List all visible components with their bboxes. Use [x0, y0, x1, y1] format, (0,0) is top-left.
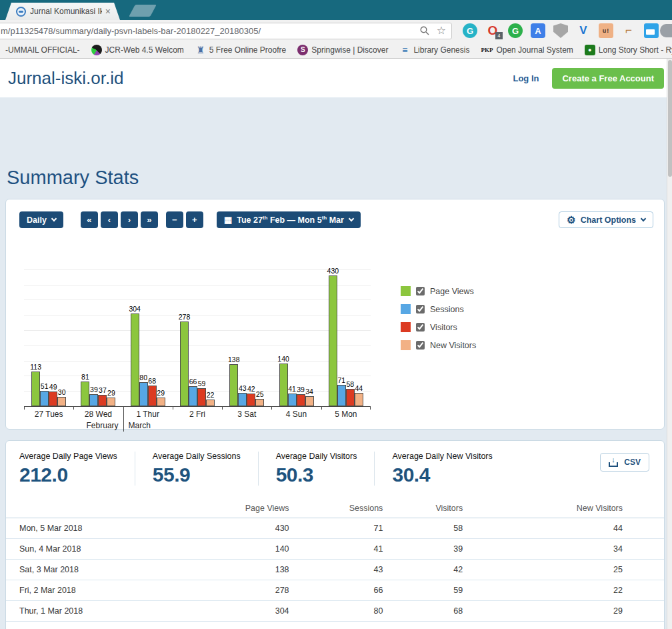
stat-value: 30.4 — [392, 464, 492, 486]
bar-value-label: 81 — [75, 373, 95, 381]
cell-page-views: 278 — [179, 580, 295, 600]
bar-group-2-fri: 278665922 — [173, 260, 222, 406]
chart-options-dropdown[interactable]: ⚙ Chart Options — [559, 211, 653, 228]
cell-visitors: 58 — [388, 518, 468, 538]
bar-sessions — [238, 393, 247, 406]
chart-toolbar: Daily « ‹ › » − + ▦ Tue 27th Feb — Mon 5… — [6, 199, 664, 228]
zoom-in-button[interactable]: + — [186, 211, 203, 228]
page-next-button[interactable]: › — [121, 211, 138, 228]
daily-stats-table: Page ViewsSessionsVisitorsNew Visitors M… — [6, 500, 664, 622]
month-label-march: March — [129, 421, 151, 430]
page-scrollbar[interactable] — [667, 59, 672, 629]
bar-value-label: 138 — [224, 356, 244, 364]
bar-new-visitors — [355, 393, 363, 406]
stat-value: 50.3 — [276, 464, 357, 486]
bookmark-label: Library Genesis — [413, 45, 469, 55]
bar-value-label: 59 — [191, 380, 211, 388]
hammer-icon[interactable]: ⌐ — [621, 23, 636, 38]
grammarly-teal-icon[interactable]: G — [463, 23, 477, 38]
bookmark-springwise-discover[interactable]: SSpringwise | Discover — [297, 45, 388, 55]
bookmark-long-story-short-ry[interactable]: ●Long Story Short - Ry — [585, 45, 672, 55]
bar-value-label: 430 — [323, 267, 343, 275]
bar-page-views — [329, 275, 337, 406]
stat-card-average-daily-new-visitors: Average Daily New Visitors30.4 — [392, 452, 509, 486]
legend-swatch — [401, 304, 411, 314]
opera-red-icon[interactable]: O — [485, 23, 500, 38]
tab-strip: Jurnal Komunikasi Ikatan × — [0, 0, 672, 20]
page-prev-button[interactable]: ‹ — [101, 211, 118, 228]
bar-new-visitors — [107, 398, 115, 406]
bar-value-label: 68 — [142, 377, 162, 385]
login-link[interactable]: Log In — [513, 73, 539, 83]
pkp-icon: PKP — [481, 45, 493, 55]
stat-label: Average Daily Visitors — [276, 452, 357, 461]
chart-legend: Page ViewsSessionsVisitorsNew Visitors — [401, 286, 476, 350]
search-icon[interactable] — [419, 25, 430, 36]
col-header-visitors: Visitors — [388, 500, 468, 518]
x-tick-label: 28 Wed — [73, 410, 123, 419]
stat-label: Average Daily Page Views — [19, 452, 117, 461]
bookmark-library-genesis[interactable]: ≡Library Genesis — [399, 45, 469, 55]
jcr-logo-icon — [91, 45, 102, 55]
url-bar[interactable]: m/p11325478/summary/daily-psvn-labels-ba… — [0, 23, 452, 39]
picture-icon[interactable] — [644, 23, 659, 38]
bar-page-views — [180, 322, 189, 406]
row-date: Thur, 1 Mar 2018 — [6, 600, 179, 621]
row-date: Fri, 2 Mar 2018 — [6, 580, 179, 600]
bar-sessions — [40, 391, 49, 406]
new-tab-button[interactable] — [129, 5, 157, 17]
cell-new-visitors: 25 — [468, 559, 664, 580]
shield-icon[interactable] — [553, 23, 568, 38]
bookmark-star-icon[interactable]: ☆ — [437, 25, 446, 36]
tab-close-icon[interactable]: × — [105, 7, 111, 16]
bookmark-open-journal-system[interactable]: PKPOpen Journal System — [481, 45, 573, 55]
bookmark-jcr-web-4-5-welcom[interactable]: JCR-Web 4.5 Welcom — [91, 45, 184, 55]
bar-value-label: 30 — [52, 388, 72, 396]
col-header-date — [6, 500, 179, 518]
page-last-button[interactable]: » — [141, 211, 158, 228]
grammarly-green-icon[interactable]: G — [508, 23, 523, 38]
col-header-new-visitors: New Visitors — [468, 500, 664, 518]
translate-icon[interactable]: A — [531, 23, 545, 38]
browser-tab[interactable]: Jurnal Komunikasi Ikatan × — [5, 3, 120, 20]
visualping-icon[interactable]: V — [576, 23, 591, 38]
cell-page-views: 430 — [179, 518, 295, 538]
bookmark-label: Springwise | Discover — [311, 45, 388, 55]
stat-card-average-daily-visitors: Average Daily Visitors50.3 — [276, 452, 375, 486]
libgen-icon: ≡ — [399, 45, 410, 55]
interval-dropdown[interactable]: Daily — [19, 211, 63, 228]
x-tick-label: 5 Mon — [321, 410, 371, 419]
table-row: Mon, 5 Mar 2018430715844 — [6, 518, 664, 538]
csv-download-button[interactable]: CSV — [600, 453, 649, 472]
legend-checkbox-new-visitors[interactable] — [416, 341, 425, 350]
legend-checkbox-page-views[interactable] — [416, 287, 425, 295]
partial-extension-icon[interactable] — [660, 24, 672, 37]
legend-checkbox-visitors[interactable] — [416, 323, 425, 332]
zoom-out-button[interactable]: − — [166, 211, 183, 228]
bar-group-1-thur: 304806829 — [123, 260, 173, 406]
row-date: Sat, 3 Mar 2018 — [6, 559, 179, 580]
x-axis-line — [24, 406, 371, 407]
calendar-icon: ▦ — [224, 215, 232, 224]
castle-icon: ♜ — [195, 45, 206, 55]
scrollbar-thumb[interactable] — [668, 60, 672, 177]
cell-page-views: 140 — [179, 538, 295, 559]
create-account-button[interactable]: Create a Free Account — [552, 68, 664, 89]
lss-icon: ● — [585, 45, 595, 55]
cell-new-visitors: 22 — [468, 580, 664, 600]
bar-sessions — [189, 386, 197, 406]
gear-icon: ⚙ — [567, 215, 575, 225]
bar-page-views — [131, 313, 139, 406]
bar-value-label: 25 — [250, 390, 270, 398]
table-header-row: Page ViewsSessionsVisitorsNew Visitors — [6, 500, 664, 518]
bookmark-5-free-online-proofre[interactable]: ♜5 Free Online Proofre — [195, 45, 286, 55]
bar-group-27-tues: 113514930 — [24, 260, 73, 406]
chart-x-labels: 27 Tues28 Wed1 Thur2 Fri3 Sat4 Sun5 Mon — [24, 410, 371, 419]
date-range-dropdown[interactable]: ▦ Tue 27th Feb — Mon 5th Mar — [217, 211, 361, 228]
bookmark-ummail-official[interactable]: -UMMAIL OFFICIAL- — [5, 45, 80, 55]
bookmarks-bar: -UMMAIL OFFICIAL-JCR-Web 4.5 Welcom♜5 Fr… — [0, 41, 672, 59]
bar-group-3-sat: 138434225 — [222, 260, 271, 406]
robot-face-icon[interactable]: u! — [599, 23, 613, 38]
page-first-button[interactable]: « — [81, 211, 98, 228]
legend-checkbox-sessions[interactable] — [416, 305, 425, 313]
